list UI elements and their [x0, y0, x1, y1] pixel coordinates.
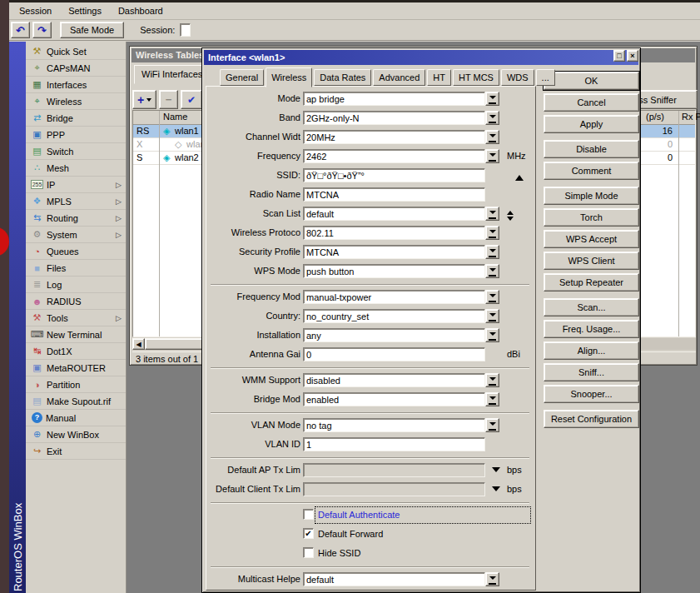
- frequency-field[interactable]: [303, 149, 485, 163]
- dropdown-button[interactable]: [485, 309, 499, 323]
- dropdown-button[interactable]: [485, 226, 499, 240]
- sidebar-item-mesh[interactable]: ∴Mesh: [26, 160, 126, 177]
- snooper-button[interactable]: Snooper...: [544, 385, 639, 403]
- checkbox-default-authenticate[interactable]: [303, 509, 314, 520]
- sidebar-item-tools[interactable]: ⚒Tools▷: [26, 310, 126, 326]
- frequency-mod-field[interactable]: [303, 290, 485, 304]
- wmm-support-field[interactable]: [303, 373, 485, 387]
- default-client-tx-lim-field[interactable]: [303, 482, 485, 496]
- dropdown-button[interactable]: [485, 245, 499, 259]
- dropdown-button[interactable]: [485, 264, 499, 278]
- sidebar-item-partition[interactable]: ◑Partition: [26, 376, 126, 393]
- vlan-mode-field[interactable]: [303, 418, 485, 432]
- redo-button[interactable]: ↷: [32, 22, 52, 38]
- country-field[interactable]: [303, 309, 485, 323]
- pps-column-header[interactable]: (p/s): [646, 112, 664, 122]
- rx-column-header[interactable]: Rx Pa: [682, 112, 700, 122]
- comment-button[interactable]: Comment: [544, 162, 639, 180]
- sniff-button[interactable]: Sniff...: [544, 363, 639, 381]
- checkbox-hide-ssid[interactable]: [303, 547, 314, 558]
- reset-configuration-button[interactable]: Reset Configuration: [544, 410, 639, 428]
- dropdown-button[interactable]: [485, 328, 499, 342]
- collapse-up-button[interactable]: [515, 171, 524, 181]
- mode-field[interactable]: [303, 92, 485, 106]
- dropdown-button[interactable]: [485, 290, 499, 304]
- dropdown-button[interactable]: [485, 111, 499, 125]
- up-down-button[interactable]: [507, 207, 514, 224]
- vlan-id-field[interactable]: [303, 437, 485, 451]
- tab-ht[interactable]: HT: [427, 69, 451, 86]
- wps-accept-button[interactable]: WPS Accept: [544, 230, 639, 248]
- bridge-mod-field[interactable]: [303, 392, 485, 406]
- tab-wireless[interactable]: Wireless: [266, 67, 312, 87]
- default-ap-tx-lim-field[interactable]: [303, 463, 485, 477]
- sidebar-item-make-supout-rif[interactable]: ▤Make Supout.rif: [26, 393, 126, 410]
- dialog-titlebar[interactable]: Interface <wlan1>: [204, 50, 638, 65]
- session-input[interactable]: [180, 23, 191, 37]
- dropdown-button[interactable]: [485, 130, 499, 144]
- close-button[interactable]: ×: [627, 50, 638, 62]
- tab-advanced[interactable]: Advanced: [373, 69, 425, 86]
- tab-wds[interactable]: WDS: [501, 69, 534, 86]
- disable-button[interactable]: Disable: [544, 140, 639, 158]
- scan-button[interactable]: Scan...: [544, 298, 639, 316]
- sidebar-item-radius[interactable]: ☻RADIUS: [26, 293, 126, 310]
- menu-dashboard[interactable]: Dashboard: [110, 3, 171, 18]
- channel-widt-field[interactable]: [303, 130, 485, 144]
- undo-button[interactable]: ↶: [11, 22, 30, 38]
- sidebar-item-system[interactable]: ⚙System▷: [26, 227, 126, 243]
- sidebar-item-exit[interactable]: ↪Exit: [26, 443, 126, 460]
- cancel-button[interactable]: Cancel: [544, 93, 639, 112]
- antenna-gai-field[interactable]: [303, 347, 485, 361]
- wps-client-button[interactable]: WPS Client: [544, 252, 639, 270]
- simple-mode-button[interactable]: Simple Mode: [544, 187, 639, 205]
- scroll-left-button[interactable]: ◀: [132, 338, 145, 350]
- sidebar-item-manual[interactable]: ?Manual: [26, 410, 126, 426]
- radio-name-field[interactable]: [303, 187, 485, 202]
- align-button[interactable]: Align...: [544, 341, 639, 360]
- dropdown-button[interactable]: [485, 572, 499, 586]
- tab-data-rates[interactable]: Data Rates: [314, 69, 371, 86]
- sidebar-item-interfaces[interactable]: ▦Interfaces: [26, 77, 126, 93]
- sidebar-item-files[interactable]: ■Files: [26, 260, 126, 277]
- sidebar-item-metarouter[interactable]: ▣MetaROUTER: [26, 360, 126, 376]
- dropdown-button[interactable]: [485, 392, 499, 406]
- installation-field[interactable]: [303, 328, 485, 342]
- sidebar-item-new-winbox[interactable]: ⊕New WinBox: [26, 426, 126, 443]
- dropdown-button[interactable]: [485, 373, 499, 387]
- menu-settings[interactable]: Settings: [60, 3, 110, 18]
- dropdown-button[interactable]: [485, 418, 499, 432]
- sidebar-item-quick-set[interactable]: ⚒Quick Set: [26, 43, 126, 60]
- sidebar-item-mpls[interactable]: ❖MPLS▷: [26, 193, 126, 210]
- sidebar-item-ppp[interactable]: ▣PPP: [26, 127, 126, 143]
- sidebar-item-wireless[interactable]: ⌖Wireless: [26, 93, 126, 110]
- dropdown-button[interactable]: [485, 207, 499, 221]
- sidebar-item-dot1x[interactable]: ↹Dot1X: [26, 343, 126, 360]
- checkbox-default-forward[interactable]: ✔: [303, 528, 314, 539]
- sidebar-item-capsman[interactable]: ⌖CAPsMAN: [26, 60, 126, 77]
- freq-usage-button[interactable]: Freq. Usage...: [544, 320, 639, 338]
- tab-general[interactable]: General: [220, 69, 264, 86]
- setup-repeater-button[interactable]: Setup Repeater: [544, 273, 639, 292]
- maximize-button[interactable]: □: [613, 50, 625, 62]
- sidebar-item-new-terminal[interactable]: ⌨New Terminal: [26, 326, 126, 343]
- remove-button[interactable]: −: [159, 90, 178, 109]
- security-profile-field[interactable]: [303, 245, 485, 259]
- dropdown-button[interactable]: [485, 149, 499, 163]
- sidebar-item-routing[interactable]: ⇆Routing▷: [26, 210, 126, 227]
- ok-button[interactable]: OK: [544, 72, 639, 90]
- wps-mode-field[interactable]: [303, 264, 485, 278]
- name-column-header[interactable]: Name: [163, 112, 187, 122]
- band-field[interactable]: [303, 111, 485, 125]
- torch-button[interactable]: Torch: [544, 208, 639, 227]
- safe-mode-button[interactable]: Safe Mode: [60, 22, 124, 38]
- wireless-protoco-field[interactable]: [303, 226, 485, 240]
- sidebar-item-switch[interactable]: ▤Switch: [26, 143, 126, 160]
- scrollbar-thumb[interactable]: [145, 338, 206, 350]
- sidebar-item-ip[interactable]: 255IP▷: [26, 177, 126, 193]
- multicast-helpe-field[interactable]: [303, 572, 485, 586]
- ssid-field[interactable]: [303, 168, 485, 182]
- apply-button[interactable]: Apply: [544, 115, 639, 133]
- sidebar-item-log[interactable]: ≣Log: [26, 277, 126, 293]
- sidebar-item-bridge[interactable]: ⇄Bridge: [26, 110, 126, 127]
